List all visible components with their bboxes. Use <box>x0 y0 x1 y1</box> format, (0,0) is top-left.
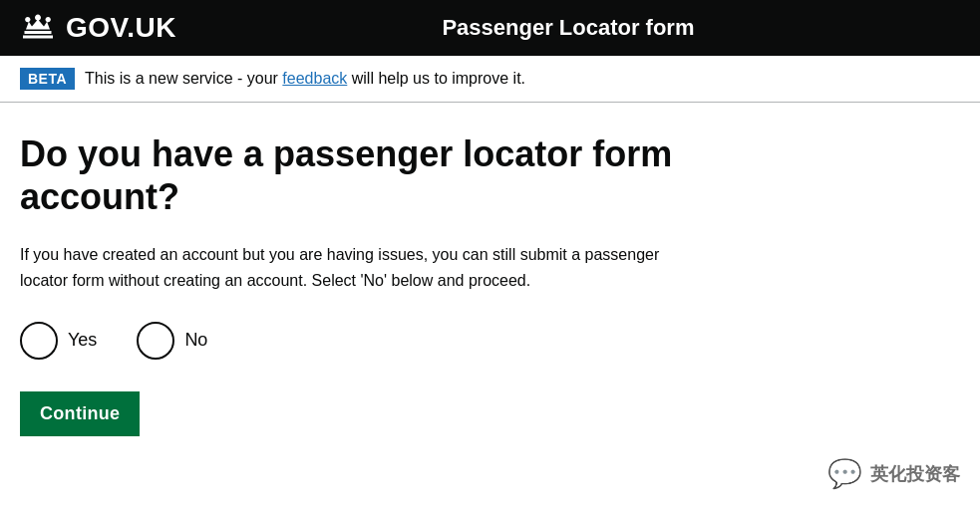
beta-text-after: will help us to improve it. <box>347 70 525 87</box>
radio-item-yes[interactable]: Yes <box>20 322 97 360</box>
crown-icon <box>20 10 56 46</box>
beta-badge: BETA <box>20 68 75 90</box>
radio-item-no[interactable]: No <box>137 322 207 360</box>
page-question: Do you have a passenger locator form acc… <box>20 132 678 218</box>
beta-text-before: This is a new service - your <box>85 70 282 87</box>
watermark-icon: 💬 <box>827 457 862 490</box>
gov-uk-logo[interactable]: GOV.UK <box>20 10 176 46</box>
watermark: 💬 英化投资客 <box>827 457 960 490</box>
radio-no-label: No <box>184 330 207 351</box>
continue-button[interactable]: Continue <box>20 391 140 436</box>
radio-yes[interactable] <box>20 322 58 360</box>
feedback-link[interactable]: feedback <box>282 70 347 87</box>
site-header: GOV.UK Passenger Locator form <box>0 0 980 56</box>
main-content: Do you have a passenger locator form acc… <box>0 103 698 476</box>
watermark-text: 英化投资客 <box>870 462 960 486</box>
description-text: If you have created an account but you a… <box>20 242 668 293</box>
radio-yes-label: Yes <box>68 330 97 351</box>
beta-banner-text: This is a new service - your feedback wi… <box>85 70 525 88</box>
radio-group: Yes No <box>20 322 678 360</box>
beta-banner: BETA This is a new service - your feedba… <box>0 56 980 103</box>
radio-no[interactable] <box>137 322 174 360</box>
gov-uk-label: GOV.UK <box>66 12 176 44</box>
header-title: Passenger Locator form <box>176 15 960 41</box>
